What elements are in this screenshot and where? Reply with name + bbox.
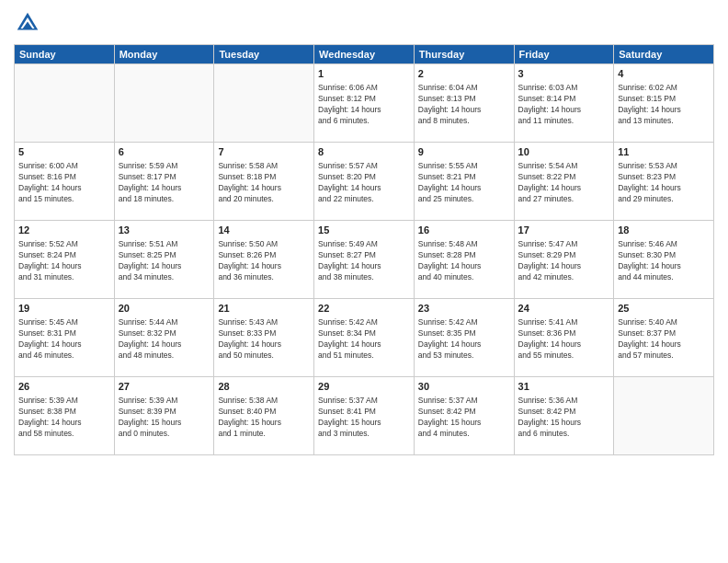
calendar-cell: 22Sunrise: 5:42 AM Sunset: 8:34 PM Dayli… [314, 299, 415, 377]
weekday-header-tuesday: Tuesday [214, 45, 314, 64]
calendar-cell: 7Sunrise: 5:58 AM Sunset: 8:18 PM Daylig… [214, 143, 314, 221]
calendar-cell: 25Sunrise: 5:40 AM Sunset: 8:37 PM Dayli… [614, 299, 714, 377]
calendar-cell: 2Sunrise: 6:04 AM Sunset: 8:13 PM Daylig… [414, 64, 514, 143]
day-info: Sunrise: 5:37 AM Sunset: 8:41 PM Dayligh… [318, 396, 410, 440]
calendar-cell: 31Sunrise: 5:36 AM Sunset: 8:42 PM Dayli… [514, 377, 614, 455]
day-number: 10 [518, 145, 610, 159]
calendar-week-3: 12Sunrise: 5:52 AM Sunset: 8:24 PM Dayli… [15, 221, 714, 299]
page: SundayMondayTuesdayWednesdayThursdayFrid… [0, 0, 728, 563]
day-info: Sunrise: 5:53 AM Sunset: 8:23 PM Dayligh… [618, 161, 710, 205]
day-info: Sunrise: 5:42 AM Sunset: 8:35 PM Dayligh… [418, 317, 510, 362]
day-number: 29 [318, 380, 410, 394]
day-info: Sunrise: 6:00 AM Sunset: 8:16 PM Dayligh… [18, 161, 110, 205]
day-number: 28 [218, 380, 310, 394]
day-number: 6 [119, 145, 210, 159]
day-number: 27 [119, 380, 210, 394]
header [14, 9, 714, 37]
day-number: 31 [518, 380, 610, 394]
calendar-week-5: 26Sunrise: 5:39 AM Sunset: 8:38 PM Dayli… [15, 377, 714, 455]
day-info: Sunrise: 5:51 AM Sunset: 8:25 PM Dayligh… [119, 239, 210, 283]
day-number: 15 [318, 224, 410, 237]
day-number: 16 [418, 224, 510, 237]
day-number: 8 [318, 145, 410, 159]
day-number: 23 [418, 302, 510, 316]
calendar: SundayMondayTuesdayWednesdayThursdayFrid… [14, 44, 714, 455]
day-info: Sunrise: 5:57 AM Sunset: 8:20 PM Dayligh… [318, 161, 410, 205]
calendar-cell: 24Sunrise: 5:41 AM Sunset: 8:36 PM Dayli… [514, 299, 614, 377]
day-info: Sunrise: 6:06 AM Sunset: 8:12 PM Dayligh… [318, 83, 410, 127]
day-number: 2 [418, 67, 510, 81]
calendar-cell: 3Sunrise: 6:03 AM Sunset: 8:14 PM Daylig… [514, 64, 614, 143]
weekday-header-monday: Monday [114, 45, 214, 64]
calendar-cell: 10Sunrise: 5:54 AM Sunset: 8:22 PM Dayli… [514, 143, 614, 221]
day-number: 20 [119, 302, 210, 316]
calendar-cell: 14Sunrise: 5:50 AM Sunset: 8:26 PM Dayli… [214, 221, 314, 299]
day-info: Sunrise: 5:50 AM Sunset: 8:26 PM Dayligh… [218, 239, 310, 283]
calendar-cell [614, 377, 714, 455]
day-number: 7 [218, 145, 310, 159]
day-number: 26 [18, 380, 110, 394]
weekday-header-row: SundayMondayTuesdayWednesdayThursdayFrid… [15, 45, 714, 64]
calendar-cell: 17Sunrise: 5:47 AM Sunset: 8:29 PM Dayli… [514, 221, 614, 299]
calendar-cell: 6Sunrise: 5:59 AM Sunset: 8:17 PM Daylig… [114, 143, 214, 221]
day-number: 22 [318, 302, 410, 316]
day-number: 21 [218, 302, 310, 316]
calendar-cell: 9Sunrise: 5:55 AM Sunset: 8:21 PM Daylig… [414, 143, 514, 221]
calendar-cell: 18Sunrise: 5:46 AM Sunset: 8:30 PM Dayli… [614, 221, 714, 299]
day-info: Sunrise: 5:40 AM Sunset: 8:37 PM Dayligh… [618, 317, 710, 362]
calendar-cell: 21Sunrise: 5:43 AM Sunset: 8:33 PM Dayli… [214, 299, 314, 377]
calendar-cell: 16Sunrise: 5:48 AM Sunset: 8:28 PM Dayli… [414, 221, 514, 299]
weekday-header-saturday: Saturday [614, 45, 714, 64]
day-number: 19 [18, 302, 110, 316]
calendar-cell: 4Sunrise: 6:02 AM Sunset: 8:15 PM Daylig… [614, 64, 714, 143]
calendar-cell: 28Sunrise: 5:38 AM Sunset: 8:40 PM Dayli… [214, 377, 314, 455]
day-number: 11 [618, 145, 710, 159]
weekday-header-friday: Friday [514, 45, 614, 64]
day-number: 25 [618, 302, 710, 316]
day-info: Sunrise: 5:55 AM Sunset: 8:21 PM Dayligh… [418, 161, 510, 205]
day-info: Sunrise: 5:58 AM Sunset: 8:18 PM Dayligh… [218, 161, 310, 205]
calendar-week-4: 19Sunrise: 5:45 AM Sunset: 8:31 PM Dayli… [15, 299, 714, 377]
calendar-cell: 19Sunrise: 5:45 AM Sunset: 8:31 PM Dayli… [15, 299, 115, 377]
calendar-cell: 11Sunrise: 5:53 AM Sunset: 8:23 PM Dayli… [614, 143, 714, 221]
day-info: Sunrise: 6:02 AM Sunset: 8:15 PM Dayligh… [618, 83, 710, 127]
day-number: 4 [618, 67, 710, 81]
calendar-cell: 15Sunrise: 5:49 AM Sunset: 8:27 PM Dayli… [314, 221, 415, 299]
weekday-header-wednesday: Wednesday [314, 45, 415, 64]
calendar-cell: 30Sunrise: 5:37 AM Sunset: 8:42 PM Dayli… [414, 377, 514, 455]
day-info: Sunrise: 5:52 AM Sunset: 8:24 PM Dayligh… [18, 239, 110, 283]
day-number: 1 [318, 67, 410, 81]
day-info: Sunrise: 5:47 AM Sunset: 8:29 PM Dayligh… [518, 239, 610, 283]
day-info: Sunrise: 5:38 AM Sunset: 8:40 PM Dayligh… [218, 396, 310, 440]
day-info: Sunrise: 5:45 AM Sunset: 8:31 PM Dayligh… [18, 317, 110, 362]
day-number: 13 [119, 224, 210, 237]
day-info: Sunrise: 5:41 AM Sunset: 8:36 PM Dayligh… [518, 317, 610, 362]
calendar-cell: 8Sunrise: 5:57 AM Sunset: 8:20 PM Daylig… [314, 143, 415, 221]
calendar-cell [15, 64, 115, 143]
weekday-header-thursday: Thursday [414, 45, 514, 64]
day-number: 12 [18, 224, 110, 237]
calendar-cell [114, 64, 214, 143]
day-info: Sunrise: 5:43 AM Sunset: 8:33 PM Dayligh… [218, 317, 310, 362]
day-info: Sunrise: 5:39 AM Sunset: 8:39 PM Dayligh… [119, 396, 210, 440]
day-info: Sunrise: 5:54 AM Sunset: 8:22 PM Dayligh… [518, 161, 610, 205]
day-info: Sunrise: 5:36 AM Sunset: 8:42 PM Dayligh… [518, 396, 610, 440]
day-info: Sunrise: 5:46 AM Sunset: 8:30 PM Dayligh… [618, 239, 710, 283]
calendar-week-2: 5Sunrise: 6:00 AM Sunset: 8:16 PM Daylig… [15, 143, 714, 221]
calendar-cell: 29Sunrise: 5:37 AM Sunset: 8:41 PM Dayli… [314, 377, 415, 455]
calendar-cell: 23Sunrise: 5:42 AM Sunset: 8:35 PM Dayli… [414, 299, 514, 377]
day-info: Sunrise: 6:04 AM Sunset: 8:13 PM Dayligh… [418, 83, 510, 127]
calendar-week-1: 1Sunrise: 6:06 AM Sunset: 8:12 PM Daylig… [15, 64, 714, 143]
calendar-cell: 26Sunrise: 5:39 AM Sunset: 8:38 PM Dayli… [15, 377, 115, 455]
calendar-cell: 27Sunrise: 5:39 AM Sunset: 8:39 PM Dayli… [114, 377, 214, 455]
logo-icon [14, 9, 41, 37]
day-info: Sunrise: 5:49 AM Sunset: 8:27 PM Dayligh… [318, 239, 410, 283]
day-number: 5 [18, 145, 110, 159]
calendar-cell [214, 64, 314, 143]
calendar-cell: 12Sunrise: 5:52 AM Sunset: 8:24 PM Dayli… [15, 221, 115, 299]
day-info: Sunrise: 5:37 AM Sunset: 8:42 PM Dayligh… [418, 396, 510, 440]
day-number: 17 [518, 224, 610, 237]
day-number: 3 [518, 67, 610, 81]
day-info: Sunrise: 5:48 AM Sunset: 8:28 PM Dayligh… [418, 239, 510, 283]
calendar-cell: 20Sunrise: 5:44 AM Sunset: 8:32 PM Dayli… [114, 299, 214, 377]
